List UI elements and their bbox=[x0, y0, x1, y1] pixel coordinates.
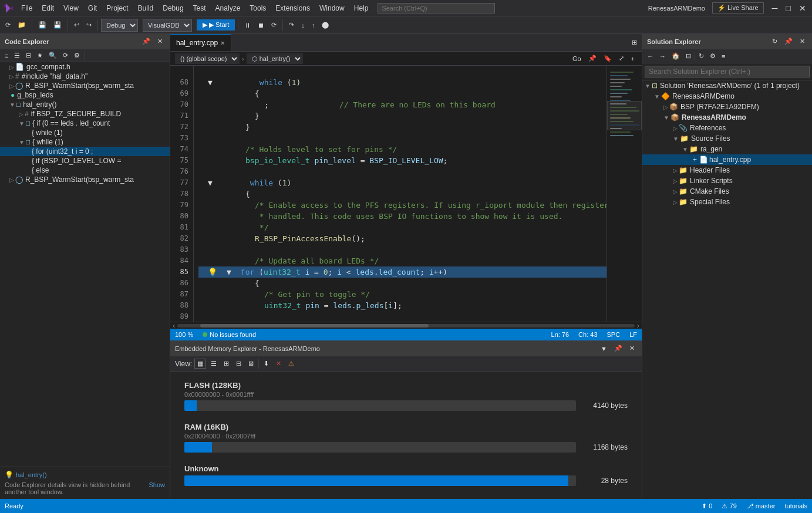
pin-editor-btn[interactable]: 📌 bbox=[586, 53, 599, 63]
panel-pin-btn[interactable]: 📌 bbox=[612, 343, 625, 353]
fold-btn[interactable]: ▼ bbox=[227, 266, 231, 278]
export-btn[interactable]: ⬇ bbox=[261, 359, 271, 369]
sol-nav-fwd[interactable]: → bbox=[657, 52, 668, 61]
split-editor-btn[interactable]: ⊞ bbox=[629, 38, 639, 48]
step-out-btn[interactable]: ↑ bbox=[309, 20, 318, 31]
menu-tools[interactable]: Tools bbox=[245, 2, 271, 15]
menu-view[interactable]: View bbox=[59, 2, 83, 15]
sol-references[interactable]: ▷ 📎 References bbox=[642, 123, 812, 133]
save-all-btn[interactable]: 💾 bbox=[50, 19, 65, 31]
tree-item-include[interactable]: ▷ # #include "hal_data.h" bbox=[0, 72, 170, 81]
tree-item-while2[interactable]: ▼ □ { while (1) bbox=[0, 137, 170, 147]
sol-filter[interactable]: ≡ bbox=[719, 52, 727, 61]
scrollbar-track[interactable] bbox=[177, 324, 634, 328]
global-search[interactable] bbox=[378, 3, 495, 14]
panel-close-btn[interactable]: ✕ bbox=[155, 36, 165, 46]
menu-extensions[interactable]: Extensions bbox=[271, 2, 315, 15]
tree-item-leds[interactable]: ● g_bsp_leds bbox=[0, 90, 170, 100]
sol-cmake-files[interactable]: ▷ 📁 CMake Files bbox=[642, 186, 812, 197]
save-btn[interactable]: 💾 bbox=[35, 19, 49, 31]
minimap[interactable] bbox=[607, 66, 642, 322]
editor-content[interactable]: ▼ while ( 1 ) { ; // There are no LEDs o… bbox=[194, 66, 607, 322]
restart-btn[interactable]: ⟳ bbox=[268, 19, 279, 31]
liveshare-button[interactable]: ⚡ Live Share bbox=[712, 2, 764, 14]
search-btn[interactable]: 🔍 bbox=[46, 50, 59, 60]
tab-close-icon[interactable]: ✕ bbox=[220, 40, 225, 46]
sol-settings[interactable]: ⚙ bbox=[707, 51, 718, 61]
view-bar-btn[interactable]: ▦ bbox=[194, 359, 206, 369]
sol-hal-entry[interactable]: + 📄 hal_entry.cpp bbox=[642, 154, 812, 165]
sync-btn[interactable]: ⟳ bbox=[60, 50, 70, 60]
tree-item-warmstart1[interactable]: ▷ ◯ R_BSP_WarmStart(bsp_warm_sta bbox=[0, 81, 170, 90]
solution-search-input[interactable] bbox=[645, 66, 810, 77]
panel-close-btn[interactable]: ✕ bbox=[797, 36, 807, 46]
menu-help[interactable]: Help bbox=[349, 2, 373, 15]
panel-sync-btn[interactable]: ↻ bbox=[770, 36, 780, 46]
tree-item-bsp-tz[interactable]: ▷ # if BSP_TZ_SECURE_BUILD bbox=[0, 109, 170, 119]
open-btn[interactable]: 📁 bbox=[15, 19, 29, 31]
sol-project[interactable]: ▼ 🔶 RenesasARMDemo bbox=[642, 91, 812, 102]
sol-source-project[interactable]: ▼ 📦 RenesasARMDemo bbox=[642, 112, 812, 123]
step-over-btn[interactable]: ↷ bbox=[286, 19, 297, 31]
star-btn[interactable]: ★ bbox=[35, 50, 45, 60]
tree-item-for[interactable]: { for (uint32_t i = 0 ; bbox=[0, 147, 170, 156]
view-list-btn[interactable]: ☰ bbox=[208, 359, 219, 369]
menu-project[interactable]: Project bbox=[102, 2, 133, 15]
sol-nav-back[interactable]: ← bbox=[645, 52, 656, 61]
debug-config-select[interactable]: Debug bbox=[101, 19, 138, 32]
platform-select[interactable]: VisualGDB bbox=[143, 19, 192, 32]
close-button[interactable]: ✕ bbox=[796, 2, 810, 14]
menu-window[interactable]: Window bbox=[315, 2, 349, 15]
menu-file[interactable]: File bbox=[16, 2, 37, 15]
sol-header-files[interactable]: ▷ 📁 Header Files bbox=[642, 165, 812, 176]
panel-close-btn[interactable]: ✕ bbox=[627, 343, 637, 353]
scope-select[interactable]: () (global scope) bbox=[175, 53, 240, 64]
settings-btn[interactable]: ⚙ bbox=[72, 50, 82, 60]
tree-item-else[interactable]: { else bbox=[0, 166, 170, 175]
sol-solution[interactable]: ▼ ⊡ Solution 'RenesasARMDemo' (1 of 1 pr… bbox=[642, 80, 812, 91]
tree-item-if-bsp[interactable]: { if (BSP_IO_LEVEL_LOW = bbox=[0, 156, 170, 166]
tree-item-if-leds[interactable]: ▼ □ { if (0 == leds . led_count bbox=[0, 119, 170, 128]
delete-btn[interactable]: ✕ bbox=[274, 359, 284, 369]
pause-btn[interactable]: ⏸ bbox=[241, 20, 254, 31]
redo-btn[interactable]: ↪ bbox=[83, 19, 95, 31]
new-project-btn[interactable]: ⟳ bbox=[2, 19, 14, 31]
sol-collapse[interactable]: ⊟ bbox=[683, 51, 693, 61]
sol-linker-scripts[interactable]: ▷ 📁 Linker Scripts bbox=[642, 176, 812, 186]
hal-entry-link[interactable]: hal_entry() bbox=[16, 471, 47, 478]
func-select[interactable]: ⬡ hal_entry() bbox=[247, 53, 303, 64]
tree-item-gcc[interactable]: ▷ 📄 gcc_compat.h bbox=[0, 62, 170, 72]
list-view-btn[interactable]: ☰ bbox=[12, 50, 22, 60]
tree-item-while1[interactable]: { while (1) bbox=[0, 128, 170, 137]
panel-pin-btn[interactable]: 📌 bbox=[140, 36, 153, 46]
maximize-button[interactable]: □ bbox=[783, 2, 794, 14]
sol-ra-gen[interactable]: ▼ 📁 ra_gen bbox=[642, 144, 812, 154]
tree-item-warmstart2[interactable]: ▷ ◯ R_BSP_WarmStart(bsp_warm_sta bbox=[0, 175, 170, 184]
menu-debug[interactable]: Debug bbox=[158, 2, 188, 15]
menu-analyze[interactable]: Analyze bbox=[211, 2, 245, 15]
filter-btn[interactable]: ≡ bbox=[2, 51, 11, 60]
sol-home[interactable]: 🏠 bbox=[669, 51, 682, 61]
view-grid-btn[interactable]: ⊞ bbox=[221, 359, 231, 369]
menu-edit[interactable]: Edit bbox=[37, 2, 59, 15]
show-link[interactable]: Show bbox=[149, 481, 165, 488]
collapse-btn[interactable]: ⊟ bbox=[23, 50, 33, 60]
expand-editor-btn[interactable]: ⤢ bbox=[616, 53, 626, 63]
breakpoint-btn[interactable]: ⬤ bbox=[319, 19, 332, 31]
tree-item-halentry[interactable]: ▼ □ hal_entry() bbox=[0, 100, 170, 109]
step-into-btn[interactable]: ↓ bbox=[298, 20, 308, 31]
stop-btn[interactable]: ⏹ bbox=[255, 20, 267, 31]
menu-git[interactable]: Git bbox=[83, 2, 102, 15]
fold-btn[interactable]: ▼ bbox=[208, 177, 213, 188]
view-hex-btn[interactable]: ⊠ bbox=[246, 359, 256, 369]
panel-dropdown-btn[interactable]: ▼ bbox=[598, 343, 609, 353]
start-button[interactable]: ▶ ▶ Start bbox=[197, 19, 235, 31]
undo-btn[interactable]: ↩ bbox=[71, 19, 82, 31]
add-btn[interactable]: + bbox=[629, 54, 637, 63]
sol-source-files[interactable]: ▼ 📁 Source Files bbox=[642, 133, 812, 144]
go-button[interactable]: Go bbox=[570, 54, 584, 63]
panel-pin-btn[interactable]: 📌 bbox=[782, 36, 795, 46]
bookmark-btn[interactable]: 🔖 bbox=[601, 53, 614, 63]
view-detail-btn[interactable]: ⊟ bbox=[234, 359, 244, 369]
fold-btn[interactable]: ▼ bbox=[208, 77, 213, 88]
